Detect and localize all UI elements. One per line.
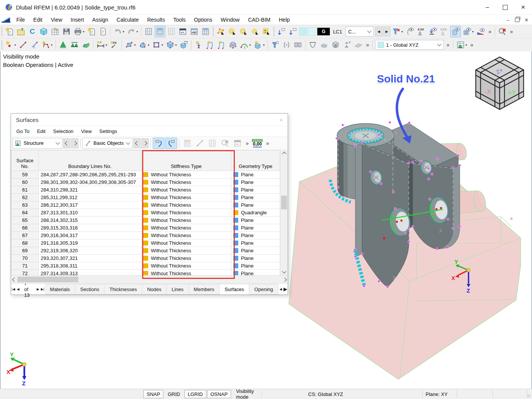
mdi-restore-button[interactable] <box>515 18 519 22</box>
cell-stiffness-type[interactable]: Without Thickness <box>141 179 231 186</box>
cube-face-plus-y[interactable]: +Y <box>508 89 516 96</box>
tables-overflow[interactable]: » <box>469 42 475 48</box>
column-header-surface-no[interactable]: SurfaceNo. <box>11 150 39 171</box>
tab-opening[interactable]: Opening <box>249 284 278 294</box>
solid-21[interactable] <box>330 121 461 288</box>
toolbar-drag-handle[interactable] <box>1 40 3 49</box>
view-next-button[interactable] <box>71 138 78 148</box>
toolbar-drag-handle[interactable] <box>273 27 275 36</box>
cell-geometry-type[interactable]: Plane <box>231 262 280 270</box>
menu-cad-bim[interactable]: CAD-BIM <box>244 15 275 25</box>
color-swatch[interactable] <box>299 27 307 36</box>
result-surfaces-button[interactable] <box>319 39 329 51</box>
sync-selection-to-table-button[interactable] <box>153 138 165 149</box>
table-navigator-button[interactable] <box>143 26 154 37</box>
coordinate-system-overflow[interactable]: » <box>445 42 451 48</box>
clipping-box-button[interactable] <box>281 39 292 51</box>
window-minimize-button[interactable]: – <box>478 0 496 14</box>
nav-forward-button[interactable]: ▶ <box>383 27 390 36</box>
color-swatch[interactable] <box>308 27 317 36</box>
menu-assign[interactable]: Assign <box>88 15 112 25</box>
dialog-toolbar-overflow-2[interactable]: » <box>264 140 271 146</box>
mesh-refinement-line-2-button[interactable] <box>216 39 227 51</box>
row-header-surface-no[interactable]: 68 <box>11 239 39 247</box>
filter-loads-button[interactable]: ▾ <box>391 26 404 37</box>
horizontal-scroll-thumb[interactable] <box>17 277 78 282</box>
cell-geometry-type[interactable]: Plane <box>231 194 280 201</box>
new-surface-button[interactable]: ▾ <box>124 39 137 51</box>
row-header-surface-no[interactable]: 61 <box>11 186 39 194</box>
cell-geometry-type[interactable]: Quadrangle <box>231 209 280 217</box>
new-polyline-button[interactable]: ▾ <box>41 39 54 51</box>
toolbar1-overflow[interactable]: » <box>486 28 493 35</box>
next-table-button[interactable]: ▶ <box>36 284 40 294</box>
category-next-button[interactable] <box>141 138 149 148</box>
tables-button[interactable]: ▾ <box>455 39 468 51</box>
cell-boundary-lines[interactable]: 295,318,308,311 <box>39 262 141 270</box>
toolbar1-overflow-2[interactable]: » <box>508 28 515 35</box>
cell-stiffness-type[interactable]: Without Thickness <box>141 194 231 201</box>
tab-sections[interactable]: Sections <box>75 284 104 294</box>
category-prev-button[interactable] <box>133 138 141 148</box>
menu-edit[interactable]: Edit <box>29 15 47 25</box>
cell-boundary-lines[interactable]: 291,318,305,319 <box>39 239 141 247</box>
show-loads-button[interactable] <box>405 26 415 37</box>
scroll-right-button[interactable] <box>281 276 288 283</box>
cell-boundary-lines[interactable]: 289,315,303,316 <box>39 224 141 232</box>
tab-nodes[interactable]: Nodes <box>142 284 167 294</box>
cell-stiffness-type[interactable]: Without Thickness <box>141 171 231 179</box>
table-fill-button[interactable] <box>194 138 206 149</box>
tab-surfaces[interactable]: Surfaces <box>220 284 249 294</box>
table-console-button[interactable] <box>177 26 188 37</box>
cell-stiffness-type[interactable]: Without Thickness <box>141 247 231 255</box>
surfaces-dialog-close-button[interactable]: × <box>279 117 283 123</box>
table-grid-button[interactable] <box>155 26 165 37</box>
window-maximize-button[interactable] <box>496 0 514 14</box>
cell-stiffness-type[interactable]: Without Thickness <box>141 217 231 224</box>
load-new-window-button[interactable] <box>276 26 287 37</box>
scroll-left-button[interactable] <box>11 276 17 283</box>
row-header-surface-no[interactable]: 63 <box>11 201 39 209</box>
cell-geometry-type[interactable]: Plane <box>231 247 280 255</box>
prev-table-button[interactable]: ◀ <box>16 284 20 294</box>
new-surface-support-button[interactable] <box>81 39 91 51</box>
nav-back-button[interactable]: ◀ <box>375 27 382 36</box>
select-special-button[interactable] <box>261 26 272 37</box>
cell-boundary-lines[interactable]: 298,301,309,302-304,300,299,308,305-307 <box>39 179 141 186</box>
new-node-button[interactable]: ▾ <box>4 39 17 51</box>
new-block-button[interactable] <box>179 39 189 51</box>
new-model-button[interactable] <box>4 26 15 37</box>
navigation-cube[interactable]: -X +Y Z+ <box>476 57 524 109</box>
new-dimension-xx-button[interactable] <box>109 39 120 51</box>
surfaces-dialog-titlebar[interactable]: Surfaces × <box>11 114 288 126</box>
cell-boundary-lines[interactable]: 290,316,304,317 <box>39 232 141 239</box>
cell-geometry-type[interactable]: Plane <box>231 270 280 276</box>
cell-stiffness-type[interactable]: Without Thickness <box>141 224 231 232</box>
dialog-menu-edit[interactable]: Edit <box>33 128 49 134</box>
mesh-refinement-node-button[interactable] <box>193 39 204 51</box>
coordinate-system-select[interactable]: 1 - Global XYZ <box>375 40 444 50</box>
cube-face-minus-x[interactable]: -X <box>485 88 492 95</box>
cell-geometry-type[interactable]: Plane <box>231 224 280 232</box>
tab-materials[interactable]: Materials <box>45 284 75 294</box>
table-horizontal-scrollbar[interactable] <box>11 275 288 283</box>
menu-help[interactable]: Help <box>275 15 294 25</box>
table-sc-button[interactable] <box>189 26 200 37</box>
row-header-surface-no[interactable]: 70 <box>11 255 39 262</box>
open-3d-model-button[interactable] <box>38 26 49 37</box>
mesh-refinement-line-button[interactable] <box>205 39 215 51</box>
menu-window[interactable]: Window <box>217 15 244 25</box>
row-header-surface-no[interactable]: 62 <box>11 194 39 201</box>
cell-boundary-lines[interactable]: 288,314,302,315 <box>39 217 141 224</box>
menu-insert[interactable]: Insert <box>66 15 88 25</box>
cell-stiffness-type[interactable]: Without Thickness <box>141 255 231 262</box>
column-header-stiffness-type[interactable]: Stiffness Type <box>141 150 231 171</box>
scroll-up-button[interactable] <box>280 150 288 157</box>
menu-calculate[interactable]: Calculate <box>112 15 143 25</box>
row-header-surface-no[interactable]: 64 <box>11 209 39 217</box>
undo-button[interactable]: ▾ <box>112 26 125 37</box>
new-line-type-button[interactable] <box>29 39 40 51</box>
new-opening-button[interactable]: ▾ <box>151 39 164 51</box>
cube-face-z[interactable]: Z+ <box>495 66 504 75</box>
dialog-menu-selection[interactable]: Selection <box>49 128 77 134</box>
